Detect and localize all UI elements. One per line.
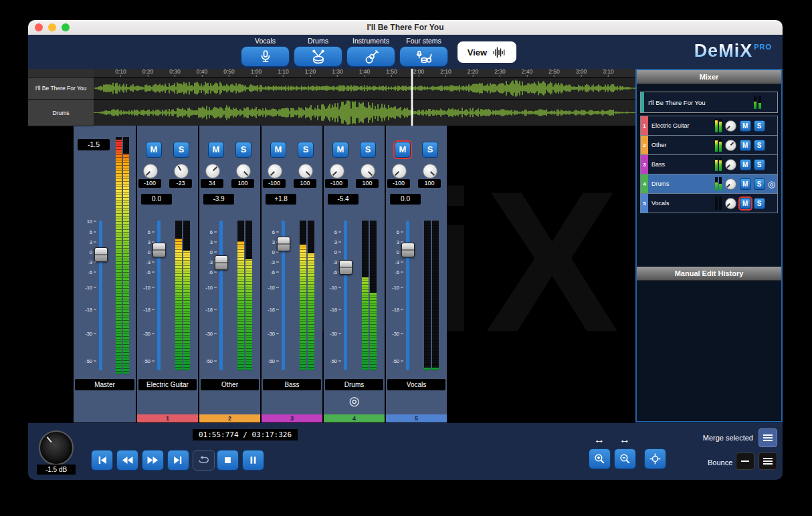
row-mute-button[interactable]: M [740, 120, 751, 132]
waveform-track-drums[interactable] [94, 100, 635, 126]
bounce-remove-button[interactable] [736, 453, 754, 470]
ruler-tick: 2:00 [413, 69, 425, 77]
zoom-in-button[interactable] [589, 448, 611, 469]
track-row[interactable]: 3 Bass M S ◎ [640, 154, 778, 174]
track-row[interactable]: 4 Drums M S ◎ [640, 174, 778, 194]
solo-button[interactable]: S [173, 142, 189, 158]
row-mute-button[interactable]: M [740, 140, 751, 151]
vocals-stem-button[interactable] [241, 46, 290, 67]
row-pan-knob[interactable] [725, 178, 736, 190]
track-label-column: I'll Be There For You Drums [28, 69, 94, 126]
pan-knob[interactable] [392, 164, 407, 178]
row-level-meter [758, 96, 761, 109]
playhead[interactable] [411, 69, 413, 126]
row-solo-button[interactable]: S [754, 159, 765, 170]
track-label-drums[interactable]: Drums [28, 100, 94, 126]
fader-thumb[interactable] [339, 260, 352, 275]
row-solo-button[interactable]: S [754, 198, 765, 209]
pan-knob[interactable] [330, 164, 344, 178]
track-row[interactable]: 5 Vocals M S ◎ [640, 193, 778, 213]
master-fader-thumb[interactable] [94, 247, 108, 262]
pan-knob[interactable] [143, 164, 158, 178]
loop-button[interactable] [193, 450, 215, 471]
row-pan-knob[interactable] [725, 159, 736, 170]
four-stems-button[interactable] [399, 46, 448, 67]
drums-stem-button[interactable] [294, 46, 342, 67]
scale-mark: -6 [203, 269, 217, 275]
pause-button[interactable] [242, 450, 264, 471]
row-pan-knob[interactable] [725, 198, 736, 209]
waveform-track-song[interactable] [94, 78, 635, 100]
scale-mark-label: 3 [265, 239, 275, 245]
row-level-meter [719, 197, 722, 210]
rewind-button[interactable] [116, 450, 138, 471]
mute-button[interactable]: M [208, 142, 224, 158]
four-stems-icon [416, 49, 432, 65]
mute-button[interactable]: M [395, 142, 411, 158]
row-target-icon[interactable]: ◎ [768, 179, 775, 189]
fader-track[interactable] [157, 221, 161, 370]
fader-track[interactable] [406, 221, 409, 370]
gain-knob[interactable] [423, 164, 437, 178]
bounce-menu-button[interactable] [758, 453, 777, 470]
gain-knob[interactable] [174, 164, 189, 178]
separation-target-icon[interactable]: ◎ [349, 394, 360, 408]
gain-knob[interactable] [361, 164, 375, 178]
solo-button[interactable]: S [422, 142, 438, 158]
fader-track[interactable] [219, 221, 223, 370]
track-name: Other [651, 142, 715, 148]
minimize-window-button[interactable] [48, 23, 56, 31]
mute-button[interactable]: M [146, 142, 162, 158]
solo-button[interactable]: S [235, 142, 251, 158]
output-volume-knob[interactable] [39, 430, 74, 465]
scale-mark-label: -50 [327, 358, 337, 364]
mute-button[interactable]: M [332, 142, 348, 158]
fader-thumb[interactable] [153, 243, 166, 257]
row-solo-button[interactable]: S [754, 178, 765, 190]
solo-button[interactable]: S [360, 142, 376, 158]
pan-knob[interactable] [268, 164, 282, 178]
scale-mark-label: -50 [140, 358, 150, 364]
locate-playhead-button[interactable] [644, 448, 666, 469]
gain-knob[interactable] [236, 164, 251, 178]
master-track-row[interactable]: I'll Be There For You [640, 92, 778, 113]
fader-thumb[interactable] [215, 255, 228, 270]
row-mute-button[interactable]: M [740, 178, 751, 190]
mute-button[interactable]: M [270, 142, 286, 158]
skip-start-button[interactable] [91, 450, 113, 471]
gain-knob[interactable] [298, 164, 313, 178]
instruments-stem-button[interactable] [346, 46, 395, 67]
level-meter [183, 221, 190, 370]
fast-forward-button[interactable] [142, 450, 164, 471]
close-window-button[interactable] [35, 23, 43, 31]
scale-mark: 0 [203, 249, 217, 255]
track-row[interactable]: 1 Electric Guitar M S ◎ [640, 116, 778, 136]
time-ruler[interactable]: 0:100:200:300:400:501:001:101:201:301:40… [94, 69, 635, 78]
level-meter [175, 221, 182, 370]
row-pan-knob[interactable] [725, 140, 736, 151]
fader-thumb[interactable] [401, 243, 415, 257]
fader-track[interactable] [282, 221, 285, 370]
row-mute-button[interactable]: M [740, 198, 751, 209]
solo-button[interactable]: S [298, 142, 314, 158]
track-name: Drums [651, 180, 715, 187]
zoom-window-button[interactable] [62, 23, 70, 31]
track-row[interactable]: 2 Other M S ◎ [640, 135, 778, 155]
zoom-out-button[interactable] [614, 448, 636, 469]
pan-knob[interactable] [205, 164, 220, 178]
merge-menu-button[interactable] [758, 428, 777, 447]
master-fader-track[interactable] [99, 221, 102, 370]
row-pan-knob[interactable] [725, 120, 736, 132]
scale-mark-label: -30 [203, 330, 213, 336]
view-button[interactable]: View [458, 41, 516, 63]
row-mute-button[interactable]: M [740, 159, 751, 170]
fader-zone: 630-3-6-10-18-30-50 [137, 219, 198, 374]
fader-thumb[interactable] [277, 237, 290, 251]
scale-mark: 3 [327, 239, 341, 245]
track-label-song[interactable]: I'll Be There For You [28, 78, 94, 100]
row-solo-button[interactable]: S [754, 120, 765, 132]
fader-track[interactable] [344, 221, 347, 370]
row-solo-button[interactable]: S [754, 140, 765, 151]
stop-button[interactable] [217, 450, 239, 471]
skip-end-button[interactable] [167, 450, 189, 471]
